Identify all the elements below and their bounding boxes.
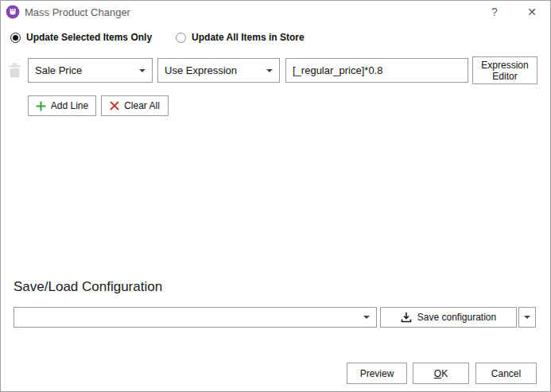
ok-button[interactable]: OK — [413, 363, 469, 384]
chevron-down-icon — [266, 69, 273, 72]
radio-update-all-items[interactable]: Update All Items in Store — [176, 32, 305, 43]
download-icon — [401, 312, 412, 323]
save-configuration-dropdown-button[interactable] — [518, 307, 536, 328]
chevron-down-icon — [363, 316, 370, 319]
clear-all-button[interactable]: Clear All — [101, 95, 169, 116]
help-button[interactable]: ? — [484, 1, 505, 23]
x-icon — [110, 101, 119, 111]
save-configuration-label: Save configuration — [417, 312, 496, 323]
expression-editor-label-line1: Expression — [475, 60, 535, 71]
plus-icon — [36, 101, 46, 111]
radio-selected-icon[interactable] — [10, 33, 21, 43]
app-logo-icon — [6, 5, 20, 19]
window-title: Mass Product Changer — [25, 6, 130, 18]
configuration-select[interactable] — [14, 307, 377, 328]
field-select-value: Sale Price — [35, 64, 82, 76]
trash-icon[interactable] — [8, 63, 21, 78]
add-line-button[interactable]: Add Line — [28, 95, 96, 116]
radio-label: Update All Items in Store — [192, 32, 305, 43]
field-select[interactable]: Sale Price — [28, 58, 153, 83]
mass-product-changer-dialog: Mass Product Changer ? ✕ Update Selected… — [0, 0, 551, 392]
radio-label: Update Selected Items Only — [26, 32, 152, 43]
chevron-down-icon — [524, 316, 530, 319]
save-configuration-button[interactable]: Save configuration — [380, 307, 517, 328]
ok-rest: K — [441, 368, 448, 379]
update-scope-radio-group: Update Selected Items Only Update All It… — [10, 32, 305, 43]
expression-editor-label-line2: Editor — [475, 71, 535, 82]
radio-update-selected-items[interactable]: Update Selected Items Only — [10, 32, 152, 43]
ok-access-key: O — [434, 368, 441, 379]
chevron-down-icon — [139, 69, 146, 72]
expression-input[interactable] — [285, 58, 468, 83]
radio-unselected-icon[interactable] — [176, 33, 186, 43]
preview-button[interactable]: Preview — [347, 363, 407, 384]
action-select-value: Use Expression — [165, 64, 237, 76]
save-configuration-split-button: Save configuration — [380, 307, 536, 328]
cancel-button[interactable]: Cancel — [475, 363, 537, 384]
save-load-heading: Save/Load Configuration — [14, 279, 162, 295]
action-select[interactable]: Use Expression — [157, 58, 280, 83]
close-icon[interactable]: ✕ — [519, 1, 545, 23]
clear-all-label: Clear All — [124, 100, 160, 111]
add-line-label: Add Line — [51, 100, 88, 111]
expression-editor-button[interactable]: Expression Editor — [472, 56, 537, 84]
title-bar: Mass Product Changer ? ✕ — [1, 1, 550, 23]
